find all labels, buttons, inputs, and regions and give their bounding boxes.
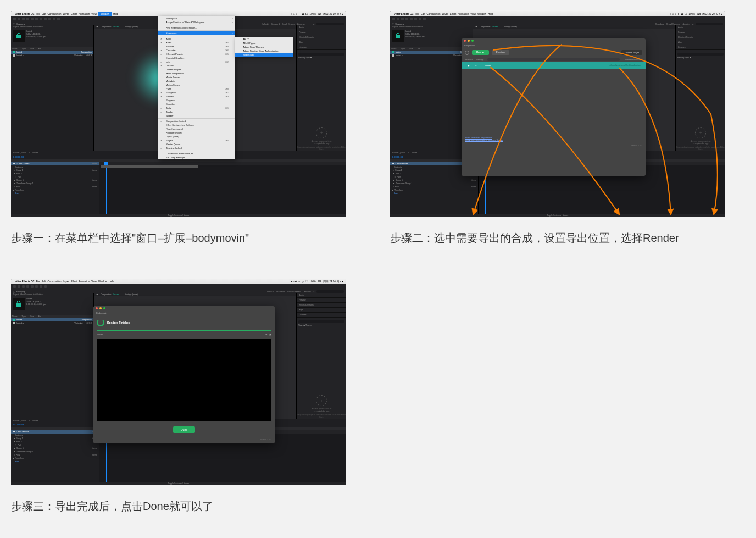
workspace[interactable]: Standard: [655, 23, 664, 25]
destination-path[interactable]: /Users/Annie.zeng/Desktop/data.json: [608, 64, 642, 67]
menu-effect[interactable]: Effect: [71, 280, 77, 283]
tool-icon[interactable]: [13, 285, 16, 288]
timeline-track[interactable]: [99, 162, 346, 214]
project-tab[interactable]: Project: [13, 293, 19, 296]
ext-cc-auth[interactable]: Adobe Creative Cloud Authentication: [235, 49, 293, 53]
tool-icon[interactable]: [414, 18, 417, 20]
folder-icon[interactable]: ▣: [269, 333, 271, 336]
search-help-input[interactable]: [316, 23, 344, 25]
library-search-input[interactable]: [298, 320, 344, 323]
menu-item[interactable]: Composition: locked: [158, 119, 235, 123]
search-help-input[interactable]: [696, 23, 723, 25]
menu-layer[interactable]: Layer: [442, 13, 448, 15]
menu-item[interactable]: Essential Graphics: [158, 56, 235, 60]
effects-presets-panel[interactable]: Effects & Presets: [297, 35, 346, 40]
done-button[interactable]: Done: [173, 426, 195, 433]
preview-button[interactable]: Preview: [492, 50, 509, 55]
effect-controls-tab[interactable]: Effect Controls test Outlines: [20, 293, 43, 296]
effect-controls-tab[interactable]: Effect Controls test Outlines: [399, 26, 423, 28]
ext-color-themes[interactable]: Adobe Color Themes: [235, 45, 293, 49]
menu-animation[interactable]: Animation: [79, 13, 90, 15]
menu-file[interactable]: File: [415, 13, 419, 15]
library-search-input[interactable]: [677, 53, 724, 56]
menu-item[interactable]: Tracker: [158, 110, 235, 114]
align-panel[interactable]: Align: [297, 40, 346, 45]
refresh-icon[interactable]: [465, 51, 469, 55]
tool-icon[interactable]: [18, 285, 20, 288]
menu-window[interactable]: Window: [477, 13, 486, 15]
menu-item[interactable]: Effect Controls: test Outlines: [158, 123, 235, 127]
menu-item[interactable]: Wiggler: [158, 114, 235, 118]
tool-icon[interactable]: [18, 18, 20, 20]
get-player-button[interactable]: Get the Player: [621, 50, 642, 55]
project-tab[interactable]: Project: [392, 26, 398, 28]
tool-icon[interactable]: [40, 285, 42, 288]
timeline-layer[interactable]: Reset: [11, 460, 99, 463]
menu-view[interactable]: View: [91, 13, 97, 15]
toggle-switches[interactable]: Toggle Switches / Modes: [11, 214, 346, 217]
app-name[interactable]: After Effects CC: [15, 280, 35, 283]
name-filter-input[interactable]: [487, 58, 620, 61]
menu-file[interactable]: File: [36, 13, 40, 15]
tool-icon[interactable]: [31, 18, 34, 20]
workspace[interactable]: Libraries: [682, 23, 690, 25]
workspace-default[interactable]: Default: [262, 23, 269, 25]
toggle-switches[interactable]: Toggle Switches / Modes: [11, 482, 346, 485]
menu-item[interactable]: Effects & Presets⌘5: [158, 52, 235, 56]
effects-presets-panel[interactable]: Effects & Presets: [297, 303, 346, 308]
menu-item[interactable]: Motion Sketch: [158, 83, 235, 87]
tool-icon[interactable]: [13, 18, 16, 20]
tool-icon[interactable]: [392, 18, 395, 20]
tool-icon[interactable]: [57, 18, 60, 20]
align-panel[interactable]: Align: [676, 40, 725, 45]
radio-icon[interactable]: ◉: [465, 64, 471, 67]
tool-icon[interactable]: [31, 285, 34, 288]
tool-icon[interactable]: [26, 18, 29, 20]
libraries-panel[interactable]: Libraries: [297, 45, 346, 50]
preview-panel[interactable]: Preview: [297, 30, 346, 35]
menu-item[interactable]: Character⌘6: [158, 48, 235, 52]
timeline-layer[interactable]: Reset: [390, 192, 478, 195]
workspace-standard[interactable]: Standard: [271, 23, 280, 25]
menu-help[interactable]: Help: [109, 280, 114, 283]
minimize-icon[interactable]: [468, 40, 470, 42]
minimize-icon[interactable]: [99, 307, 102, 309]
timecode[interactable]: 0:00:00:33: [13, 423, 24, 426]
tool-icon[interactable]: [405, 18, 408, 20]
project-row[interactable]: locked.aiVector Art 60 KB: [390, 54, 472, 57]
library-search-input[interactable]: [298, 53, 344, 56]
menu-item[interactable]: Align: [158, 37, 235, 41]
toggle-switches[interactable]: Toggle Switches / Modes: [390, 214, 725, 217]
menu-help[interactable]: Help: [488, 13, 493, 15]
refresh-icon[interactable]: ⟳: [265, 333, 267, 336]
workspace-small[interactable]: Small Screen: [282, 23, 295, 25]
comp-row[interactable]: ◉ ⚙ locked /Users/Annie.zeng/Desktop/dat…: [462, 62, 646, 69]
menu-animation[interactable]: Animation: [79, 280, 90, 283]
menu-item[interactable]: Mask Interpolation: [158, 71, 235, 75]
tool-icon[interactable]: [401, 18, 404, 20]
tool-icon[interactable]: [410, 18, 413, 20]
project-tab[interactable]: Project: [13, 26, 19, 28]
menu-composition[interactable]: Composition: [427, 13, 441, 15]
audio-panel[interactable]: Audio: [297, 25, 346, 30]
menu-item[interactable]: Progress: [158, 98, 235, 102]
ext-bodymovin[interactable]: Bodymovin: [235, 53, 293, 57]
workspace[interactable]: Small Screen: [666, 23, 680, 25]
menu-item[interactable]: Preview⌘3: [158, 95, 235, 98]
preview-panel[interactable]: Preview: [676, 30, 725, 35]
menu-animation[interactable]: Animation: [458, 13, 469, 15]
timeline-comp-tab[interactable]: locked: [32, 420, 38, 422]
app-name[interactable]: After Effects CC: [15, 13, 35, 15]
tool-icon[interactable]: [40, 18, 42, 20]
menu-composition[interactable]: Composition: [48, 13, 62, 15]
menu-item[interactable]: Flowchart: (none): [158, 127, 235, 131]
menu-item[interactable]: Paint⌘8: [158, 87, 235, 91]
tool-icon[interactable]: [48, 18, 51, 20]
menu-window[interactable]: Window: [98, 280, 107, 283]
menu-item[interactable]: Tools⌘1: [158, 106, 235, 110]
tool-icon[interactable]: [53, 18, 55, 20]
maximize-icon[interactable]: [103, 307, 105, 309]
tool-icon[interactable]: [44, 18, 47, 20]
view-type[interactable]: View by Type ▾: [677, 57, 724, 59]
tool-icon[interactable]: [423, 18, 426, 20]
